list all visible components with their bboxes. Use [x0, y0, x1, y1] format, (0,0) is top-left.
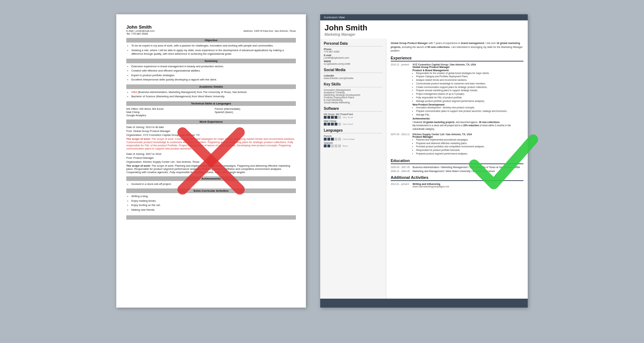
summary-header: Summary	[126, 59, 296, 63]
extra-list: Writing a blog. Enjoy reading books. Enj…	[126, 195, 296, 212]
software-skill-2: Mail Chimp Very Good	[324, 120, 382, 126]
left-address: Address: 1905 W East Ave, San Antonio, T…	[243, 30, 296, 32]
objective-list: To be an expert in my area of work, with…	[126, 44, 296, 56]
skill-spanish: Spanish (basic)	[215, 111, 296, 114]
extra-item-1: Writing a blog.	[131, 195, 296, 199]
exp-sub-3: Achievements:	[413, 117, 523, 120]
academic-item-2: Bachelor of Science (Marketing and Manag…	[131, 95, 296, 99]
achievement-item-1: Involved in a stock sell-off project.	[131, 182, 296, 186]
extra-header: Extra Curricular Activities	[126, 188, 296, 193]
work-scope-1: The scope of work: The scope of work: Cr…	[126, 137, 296, 150]
skill-mailchimp: Mail Chimp	[126, 111, 208, 114]
software-title: Software	[324, 107, 382, 112]
cv-label: Curriculum Vitae	[324, 16, 345, 19]
exp-sub-2: New Product Development:	[413, 103, 523, 106]
work-post-1: Post: Global Group Product Manager	[126, 129, 296, 133]
cv-summary: Global Group Product Manager with 7 year…	[391, 41, 523, 53]
software-skill-1: MS Excel, MS PowerPoint Very Good	[324, 113, 382, 119]
skills-col-left: MS Office: MS Word, MS Excel Mail Chimp …	[126, 107, 208, 117]
exp-org-1: XYZ Cosmetics Capital Group / San Antoni…	[413, 63, 523, 66]
key-skill-2: Analytical Thinking	[324, 91, 382, 94]
edu-dates-2: 2000-10 - 2004-05	[391, 170, 410, 172]
email-value: j.smith@uptowork.com	[324, 57, 382, 59]
cv-main-content: Global Group Product Manager with 7 year…	[386, 39, 528, 299]
cv-body: Personal Data Phone 774-987-4009 E-mail …	[320, 39, 528, 299]
add-title-1: Writing and Influencing	[413, 183, 449, 185]
skill-google: Google Analytics	[126, 114, 208, 117]
good-resume-wrapper: Curriculum Vitae John Smith Marketing Ma…	[320, 14, 528, 308]
exp-bullets-1a: Responsible for the creation of global b…	[413, 72, 523, 103]
academic-list: MBA (Business Administration, Marketing …	[126, 90, 296, 99]
exp-entry-1: 2010-12 - present XYZ Cosmetics Capital …	[391, 63, 523, 131]
exp-bullets-1b: Innovation development - develop new pro…	[413, 106, 523, 116]
summary-list: Extensive experience in brand management…	[126, 65, 296, 82]
education-title: Education	[391, 158, 523, 164]
personal-data-section: Personal Data Phone 774-987-4009 E-mail …	[324, 41, 382, 65]
exp-sub-1: Product & Brand Management:	[413, 69, 523, 72]
linkedin-label: LinkedIn	[324, 74, 382, 77]
additional-title: Additional Activities	[391, 175, 523, 181]
left-email: E-Mail: j.smith@mail.com	[126, 30, 155, 32]
social-media-title: Social Media	[324, 68, 382, 73]
work-entry-2: Date of Joining: 2007 to 2010 Post: Prod…	[126, 152, 296, 174]
education-section: Education 2005-09 - 2007-05 Business Adm…	[391, 158, 523, 172]
key-skill-4: Portfolio Deployment Plans	[324, 96, 382, 99]
cv-job-title: Marketing Manager	[325, 33, 523, 36]
skills-table: MS Office: MS Word, MS Excel Mail Chimp …	[126, 107, 296, 117]
language-bar-2: Basic	[324, 144, 382, 147]
edu-content-1: Business Administration / Marketing Mana…	[413, 166, 523, 168]
exp-bullets-2: Planned and implemented promotional camp…	[413, 138, 523, 156]
work-scope-2: The scope of work: The scope of work: Pl…	[126, 164, 296, 174]
add-dates-1: 2012-01 - present	[391, 183, 410, 188]
academic-header: Academic Details	[126, 84, 296, 89]
language-skill-1: French Intermediate	[324, 135, 382, 141]
objective-item-2: Seeking a role, where I will be able to …	[131, 49, 296, 56]
bad-resume: John Smith E-Mail: j.smith@mail.com Addr…	[116, 14, 306, 308]
bad-resume-wrapper: John Smith E-Mail: j.smith@mail.com Addr…	[116, 14, 306, 308]
summary-bold-1: Global Group Product Manager	[391, 42, 428, 44]
work-header: Work Experience	[126, 119, 296, 124]
work-org-2: Organization: Kitchen Supply Center Ltd.…	[126, 160, 296, 163]
summary-item-2: Creative with effective and efficient or…	[131, 69, 296, 73]
additional-section: Additional Activities 2012-01 - present …	[391, 175, 523, 188]
exp-role-2: Product Manager	[413, 136, 523, 138]
extra-item-3: Enjoy Surfing on the net.	[131, 204, 296, 207]
ach-text-1: I finalized 10 global marketing projects…	[413, 121, 523, 124]
phone-value: 774-987-4009	[324, 50, 382, 53]
exp-org-2: Kitchen Supply Center Ltd / San Antonio,…	[413, 133, 523, 136]
cv-sidebar: Personal Data Phone 774-987-4009 E-mail …	[320, 39, 386, 299]
objective-item-1: To be an expert in my area of work, with…	[131, 44, 296, 48]
exp-content-1: XYZ Cosmetics Capital Group / San Antoni…	[413, 63, 523, 131]
edu-entry-1: 2005-09 - 2007-05 Business Administratio…	[391, 166, 523, 168]
experience-section: Experience 2010-12 - present XYZ Cosmeti…	[391, 56, 523, 156]
key-skill-5: E-mail Marketing	[324, 99, 382, 101]
skill-ms-office: MS Office: MS Word, MS Excel	[126, 107, 208, 111]
linkedin-value: www.linkedin.com/johnsitw	[324, 77, 382, 79]
key-skill-6: Social Media Marketing	[324, 101, 382, 104]
www-label: WWW	[324, 60, 382, 63]
main-container: John Smith E-Mail: j.smith@mail.com Addr…	[0, 0, 644, 343]
cv-name: John Smith	[325, 23, 523, 33]
personal-data-title: Personal Data	[324, 41, 382, 46]
technical-header: Technical Skills & Languages	[126, 101, 296, 106]
social-media-section: Social Media LinkedIn www.linkedin.com/j…	[324, 68, 382, 79]
objective-header: Objective	[126, 38, 296, 43]
left-name: John Smith	[126, 24, 296, 30]
achievements-list: Involved in a stock sell-off project.	[126, 182, 296, 186]
left-tel: Tel: 774-987-4009	[126, 32, 296, 35]
edu-content-2: Marketing and Management / West Miami Un…	[413, 170, 523, 172]
edu-dates-1: 2005-09 - 2007-05	[391, 166, 410, 168]
exp-role-1: Global Group Product Manager	[413, 66, 523, 68]
languages-section: Languages French Intermediate	[324, 128, 382, 147]
left-name-block: John Smith E-Mail: j.smith@mail.com Addr…	[126, 24, 296, 35]
left-bottom-bar	[126, 215, 296, 220]
edu-entry-2: 2000-10 - 2004-05 Marketing and Manageme…	[391, 170, 523, 172]
exp-entry-2: 2007-09 - 2010-11 Kitchen Supply Center …	[391, 133, 523, 156]
summary-item-3: Expert in product portfolio strategies.	[131, 74, 296, 78]
extra-item-4: Making new friends.	[131, 208, 296, 212]
summary-item-4: Excellent interpersonal skills quickly d…	[131, 78, 296, 82]
software-section: Software MS Excel, MS PowerPoint Very Go…	[324, 107, 382, 126]
key-skill-3: Marketing Strategy Development	[324, 94, 382, 96]
achievements-header: Achievements	[126, 176, 296, 181]
www-value: cv.uptowork.com/j.smith	[324, 63, 382, 65]
